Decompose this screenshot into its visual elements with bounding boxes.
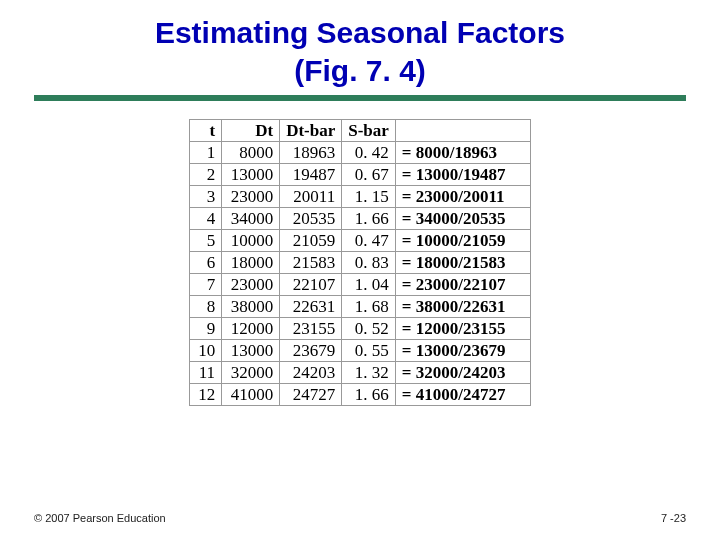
cell-sbar: 0. 55 (342, 340, 396, 362)
cell-dtbar: 22107 (280, 274, 342, 296)
slide-title: Estimating Seasonal Factors (Fig. 7. 4) (0, 0, 720, 89)
title-line-1: Estimating Seasonal Factors (155, 16, 565, 49)
copyright-footer: © 2007 Pearson Education (34, 512, 166, 524)
cell-eq: = 34000/20535 (395, 208, 530, 230)
col-header-eq (395, 120, 530, 142)
cell-dtbar: 24727 (280, 384, 342, 406)
cell-t: 11 (190, 362, 222, 384)
cell-sbar: 1. 66 (342, 384, 396, 406)
cell-dtbar: 23679 (280, 340, 342, 362)
cell-sbar: 1. 32 (342, 362, 396, 384)
table-row: 1132000242031. 32= 32000/24203 (190, 362, 531, 384)
cell-sbar: 1. 68 (342, 296, 396, 318)
table-row: 618000215830. 83= 18000/21583 (190, 252, 531, 274)
cell-t: 6 (190, 252, 222, 274)
cell-t: 12 (190, 384, 222, 406)
cell-dtbar: 24203 (280, 362, 342, 384)
table-header-row: t Dt Dt-bar S-bar (190, 120, 531, 142)
cell-dt: 8000 (222, 142, 280, 164)
table-row: 434000205351. 66= 34000/20535 (190, 208, 531, 230)
cell-dt: 23000 (222, 274, 280, 296)
cell-dtbar: 21583 (280, 252, 342, 274)
cell-t: 1 (190, 142, 222, 164)
cell-eq: = 10000/21059 (395, 230, 530, 252)
cell-t: 9 (190, 318, 222, 340)
cell-eq: = 23000/22107 (395, 274, 530, 296)
cell-dtbar: 23155 (280, 318, 342, 340)
cell-eq: = 13000/19487 (395, 164, 530, 186)
cell-dt: 13000 (222, 164, 280, 186)
cell-eq: = 18000/21583 (395, 252, 530, 274)
cell-dt: 34000 (222, 208, 280, 230)
col-header-dt: Dt (222, 120, 280, 142)
cell-dtbar: 20011 (280, 186, 342, 208)
col-header-sbar: S-bar (342, 120, 396, 142)
title-rule (34, 95, 686, 101)
cell-t: 2 (190, 164, 222, 186)
col-header-dtbar: Dt-bar (280, 120, 342, 142)
cell-eq: = 12000/23155 (395, 318, 530, 340)
cell-sbar: 0. 67 (342, 164, 396, 186)
cell-dtbar: 19487 (280, 164, 342, 186)
seasonal-factors-table: t Dt Dt-bar S-bar 18000189630. 42= 8000/… (189, 119, 531, 406)
cell-dtbar: 21059 (280, 230, 342, 252)
cell-eq: = 38000/22631 (395, 296, 530, 318)
cell-eq: = 13000/23679 (395, 340, 530, 362)
cell-dt: 12000 (222, 318, 280, 340)
table-row: 323000200111. 15= 23000/20011 (190, 186, 531, 208)
table-row: 213000194870. 67= 13000/19487 (190, 164, 531, 186)
table-row: 912000231550. 52= 12000/23155 (190, 318, 531, 340)
cell-t: 4 (190, 208, 222, 230)
table-row: 18000189630. 42= 8000/18963 (190, 142, 531, 164)
cell-dt: 32000 (222, 362, 280, 384)
cell-sbar: 0. 47 (342, 230, 396, 252)
table-row: 1013000236790. 55= 13000/23679 (190, 340, 531, 362)
page-number: 7 -23 (661, 512, 686, 524)
cell-t: 8 (190, 296, 222, 318)
cell-eq: = 32000/24203 (395, 362, 530, 384)
cell-t: 3 (190, 186, 222, 208)
table-row: 838000226311. 68= 38000/22631 (190, 296, 531, 318)
cell-sbar: 0. 42 (342, 142, 396, 164)
table-row: 1241000247271. 66= 41000/24727 (190, 384, 531, 406)
cell-sbar: 1. 66 (342, 208, 396, 230)
cell-dt: 18000 (222, 252, 280, 274)
cell-sbar: 0. 52 (342, 318, 396, 340)
cell-sbar: 1. 15 (342, 186, 396, 208)
cell-dt: 38000 (222, 296, 280, 318)
cell-sbar: 1. 04 (342, 274, 396, 296)
cell-t: 7 (190, 274, 222, 296)
table-row: 510000210590. 47= 10000/21059 (190, 230, 531, 252)
cell-dt: 10000 (222, 230, 280, 252)
cell-sbar: 0. 83 (342, 252, 396, 274)
cell-dt: 41000 (222, 384, 280, 406)
cell-dt: 23000 (222, 186, 280, 208)
cell-dtbar: 18963 (280, 142, 342, 164)
cell-t: 10 (190, 340, 222, 362)
cell-t: 5 (190, 230, 222, 252)
cell-dtbar: 22631 (280, 296, 342, 318)
cell-eq: = 41000/24727 (395, 384, 530, 406)
table-row: 723000221071. 04= 23000/22107 (190, 274, 531, 296)
col-header-t: t (190, 120, 222, 142)
data-table-wrap: t Dt Dt-bar S-bar 18000189630. 42= 8000/… (189, 119, 531, 406)
title-line-2: (Fig. 7. 4) (294, 54, 426, 87)
cell-eq: = 8000/18963 (395, 142, 530, 164)
cell-eq: = 23000/20011 (395, 186, 530, 208)
cell-dtbar: 20535 (280, 208, 342, 230)
cell-dt: 13000 (222, 340, 280, 362)
